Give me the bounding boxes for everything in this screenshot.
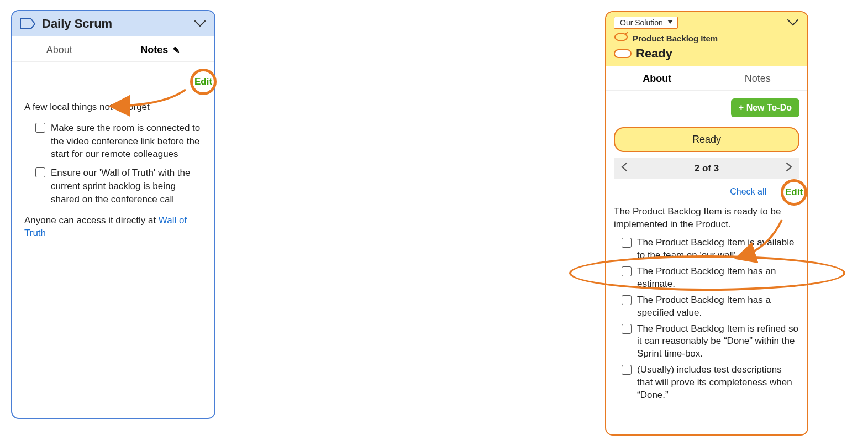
edit-button[interactable]: Edit <box>194 75 212 88</box>
status-tag-icon <box>614 49 632 58</box>
flag-icon <box>20 17 36 30</box>
pager-text: 2 of 3 <box>695 163 719 174</box>
checklist-text: The Product Backlog Item is available to… <box>637 237 799 262</box>
pbi-icon <box>614 32 628 44</box>
checklist-item: The Product Backlog Item has a specified… <box>622 294 799 320</box>
intro-text: A few local things not to forget <box>24 101 202 114</box>
checklist-text: Ensure our 'Wall of Truth' with the curr… <box>51 166 202 206</box>
actions-row: Check all Edit <box>614 184 799 206</box>
checkbox[interactable] <box>622 365 632 375</box>
card-header: Daily Scrum <box>12 11 214 36</box>
pbi-label: Product Backlog Item <box>633 34 718 43</box>
checklist-text: The Product Backlog Item is refined so i… <box>637 323 799 361</box>
check-all-link[interactable]: Check all <box>730 187 766 197</box>
checklist: Make sure the room is connected to the v… <box>24 122 202 206</box>
edit-annotation-circle: Edit <box>190 69 217 95</box>
tabs: About Notes <box>606 66 807 91</box>
card-header: Our Solution Product Backlog Item Ready <box>606 12 807 66</box>
new-todo-button[interactable]: + New To-Do <box>731 98 799 117</box>
checklist-text: Make sure the room is connected to the v… <box>51 122 202 161</box>
checklist: The Product Backlog Item is available to… <box>614 237 799 402</box>
daily-scrum-card: Daily Scrum About Notes ✎ Edit A few loc… <box>11 10 215 419</box>
checkbox[interactable] <box>622 295 632 305</box>
solution-dropdown[interactable]: Our Solution <box>614 17 678 29</box>
tab-notes[interactable]: Notes <box>734 70 782 88</box>
header-row-solution: Our Solution <box>614 17 799 29</box>
edit-annotation-circle: Edit <box>781 179 807 206</box>
footer-pre: Anyone can access it directly at <box>24 215 159 226</box>
svg-line-1 <box>625 32 628 34</box>
checkbox[interactable] <box>622 324 632 334</box>
checkbox[interactable] <box>622 266 632 276</box>
checklist-text: The Product Backlog Item has an estimate… <box>637 265 799 291</box>
tab-notes-label: Notes <box>140 44 168 55</box>
checklist-item: The Product Backlog Item has an estimate… <box>622 265 799 291</box>
chevron-down-icon[interactable] <box>193 19 207 28</box>
card-title: Daily Scrum <box>42 17 112 31</box>
tabs: About Notes ✎ <box>12 36 214 62</box>
card-title: Ready <box>636 46 672 61</box>
edit-button[interactable]: Edit <box>785 187 803 198</box>
status-pill[interactable]: Ready <box>614 127 799 152</box>
checklist-text: (Usually) includes test descriptions tha… <box>637 364 799 402</box>
tab-about[interactable]: About <box>632 70 682 88</box>
checkbox[interactable] <box>35 167 45 177</box>
pager: 2 of 3 <box>614 158 799 179</box>
footer-text: Anyone can access it directly at Wall of… <box>24 214 202 240</box>
checklist-item: Ensure our 'Wall of Truth' with the curr… <box>35 166 202 206</box>
tab-about[interactable]: About <box>35 41 83 59</box>
checklist-item: (Usually) includes test descriptions tha… <box>622 364 799 402</box>
checklist-item: The Product Backlog Item is refined so i… <box>622 323 799 361</box>
card-body: + New To-Do Ready 2 of 3 Check all Edit … <box>606 91 807 411</box>
tab-notes[interactable]: Notes ✎ <box>129 41 191 59</box>
pager-prev-icon[interactable] <box>620 162 628 175</box>
pencil-icon: ✎ <box>173 45 180 55</box>
checklist-item: The Product Backlog Item is available to… <box>622 237 799 262</box>
pager-next-icon[interactable] <box>785 162 793 175</box>
checkbox[interactable] <box>622 238 632 248</box>
card-body: Edit A few local things not to forget Ma… <box>12 62 214 257</box>
header-row-title: Ready <box>614 46 799 61</box>
chevron-down-icon[interactable] <box>786 18 799 27</box>
header-row-pbi: Product Backlog Item <box>614 32 799 44</box>
ready-card: Our Solution Product Backlog Item Ready … <box>605 11 808 436</box>
checklist-item: Make sure the room is connected to the v… <box>35 122 202 161</box>
checklist-text: The Product Backlog Item has a specified… <box>637 294 799 320</box>
checkbox[interactable] <box>35 123 45 133</box>
intro-text: The Product Backlog Item is ready to be … <box>614 206 799 231</box>
